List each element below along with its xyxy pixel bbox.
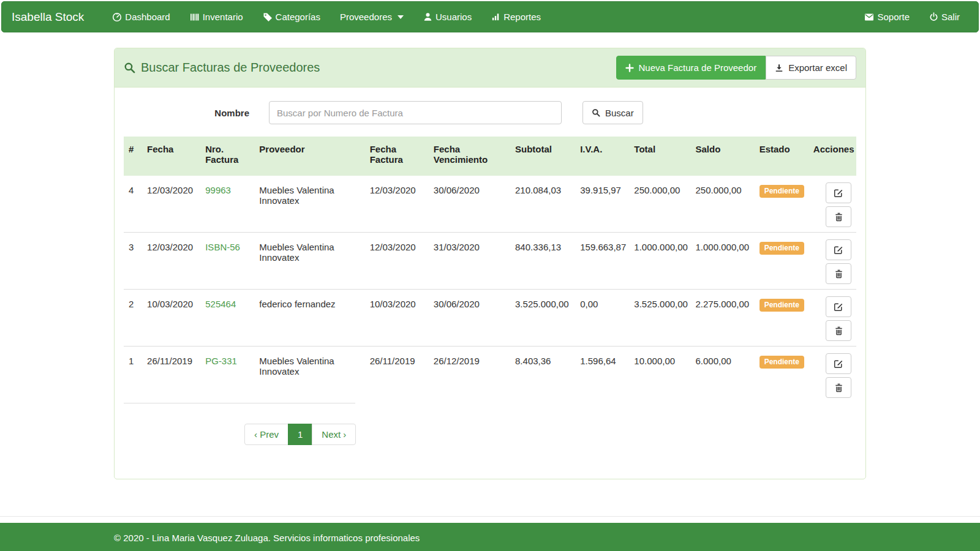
trash-icon [834, 326, 843, 335]
column-header: Fecha [142, 137, 200, 176]
invoice-number-link[interactable]: PG-331 [205, 356, 237, 366]
bar-chart-icon [491, 12, 500, 21]
cell-total: 1.000.000,00 [629, 233, 690, 290]
cell-estado: Pendiente [755, 347, 809, 403]
panel-heading: Buscar Facturas de Proveedores Nueva Fac… [115, 48, 865, 88]
cell-subtotal: 8.403,36 [510, 347, 575, 403]
nav-item-reportes[interactable]: Reportes [481, 2, 551, 32]
row-actions [813, 353, 851, 398]
status-badge: Pendiente [760, 299, 804, 311]
cell-proveedor: Muebles Valentina Innovatex [254, 347, 364, 403]
cell-iva: 159.663,87 [575, 233, 629, 290]
nav-item-inventario[interactable]: Inventario [180, 2, 253, 32]
column-header: Fecha Vencimiento [429, 137, 510, 176]
pagination-next[interactable]: Next › [312, 424, 356, 445]
cell-fecha: 12/03/2020 [142, 233, 200, 290]
cell-fecha_factura: 10/03/2020 [365, 290, 429, 347]
edit-button[interactable] [826, 239, 851, 260]
search-button[interactable]: Buscar [582, 101, 643, 124]
cell-fecha_vencimiento: 26/12/2019 [429, 347, 510, 403]
column-header: Fecha Factura [365, 137, 429, 176]
cell-num: 1 [124, 347, 142, 403]
delete-button[interactable] [826, 263, 851, 284]
edit-icon [834, 302, 843, 312]
column-header: Total [629, 137, 690, 176]
cell-num: 3 [124, 233, 142, 290]
column-header: Estado [755, 137, 809, 176]
nav-menu: Dashboard Inventario Categorías Proveedo… [102, 2, 551, 32]
status-badge: Pendiente [760, 356, 804, 368]
page-title: Buscar Facturas de Proveedores [124, 61, 320, 75]
cell-fecha_factura: 12/03/2020 [365, 233, 429, 290]
nav-item-soporte[interactable]: Soporte [854, 12, 919, 22]
cell-estado: Pendiente [755, 233, 809, 290]
column-header: Acciones [809, 137, 856, 176]
panel-body: Nombre Buscar #FechaNro. FacturaProveedo… [115, 88, 865, 479]
delete-button[interactable] [826, 377, 851, 398]
cell-fecha_factura: 26/11/2019 [365, 347, 429, 403]
table-row: 312/03/2020ISBN-56Muebles Valentina Inno… [124, 233, 856, 290]
nav-item-usuarios[interactable]: Usuarios [413, 2, 481, 32]
column-header: Proveedor [254, 137, 364, 176]
cell-acciones [809, 347, 856, 403]
invoice-number-link[interactable]: 525464 [205, 299, 236, 309]
caret-down-icon [398, 15, 404, 19]
cell-iva: 39.915,97 [575, 176, 629, 233]
edit-button[interactable] [826, 353, 851, 374]
invoice-number-link[interactable]: 99963 [205, 185, 231, 195]
pagination-page-1[interactable]: 1 [288, 424, 312, 445]
column-header: I.V.A. [575, 137, 629, 176]
edit-button[interactable] [826, 182, 851, 203]
export-excel-button[interactable]: Exportar excel [766, 56, 856, 80]
delete-button[interactable] [826, 320, 851, 341]
pagination-prev[interactable]: ‹ Prev [244, 424, 288, 445]
nav-item-dashboard[interactable]: Dashboard [102, 2, 179, 32]
edit-icon [834, 188, 843, 198]
cell-acciones [809, 176, 856, 233]
cell-saldo: 250.000,00 [691, 176, 755, 233]
search-label: Nombre [124, 108, 249, 118]
cell-fecha_vencimiento: 31/03/2020 [429, 233, 510, 290]
table-row: 126/11/2019PG-331Muebles Valentina Innov… [124, 347, 856, 403]
cell-nro_factura: 525464 [200, 290, 254, 347]
cell-fecha: 26/11/2019 [142, 347, 200, 403]
trash-icon [834, 269, 843, 279]
delete-button[interactable] [826, 206, 851, 227]
edit-button[interactable] [826, 296, 851, 317]
status-badge: Pendiente [760, 242, 804, 254]
cell-iva: 1.596,64 [575, 347, 629, 403]
column-header: Saldo [691, 137, 755, 176]
download-icon [775, 64, 783, 72]
brand-link[interactable]: Isabella Stock [2, 10, 94, 24]
cell-saldo: 2.275.000,00 [691, 290, 755, 347]
power-icon [929, 12, 938, 21]
nav-item-categorias[interactable]: Categorías [253, 2, 330, 32]
cell-num: 2 [124, 290, 142, 347]
tag-icon [263, 12, 273, 22]
heading-buttons: Nueva Factura de Proveedor Exportar exce… [616, 56, 856, 80]
status-badge: Pendiente [760, 185, 804, 197]
cell-saldo: 6.000,00 [691, 347, 755, 403]
cell-subtotal: 3.525.000,00 [510, 290, 575, 347]
nav-item-salir[interactable]: Salir [919, 12, 970, 22]
cell-proveedor: Muebles Valentina Innovatex [254, 176, 364, 233]
row-actions [813, 239, 851, 284]
cell-fecha: 12/03/2020 [142, 176, 200, 233]
table-row: 412/03/202099963Muebles Valentina Innova… [124, 176, 856, 233]
invoices-panel: Buscar Facturas de Proveedores Nueva Fac… [114, 48, 866, 479]
pagination: ‹ Prev 1 Next › [244, 424, 356, 445]
table-bottom-rule [124, 403, 355, 403]
table-row: 210/03/2020525464federico fernandez10/03… [124, 290, 856, 347]
footer: © 2020 - Lina Maria Vasquez Zuluaga. Ser… [0, 523, 980, 551]
cell-proveedor: Muebles Valentina Innovatex [254, 233, 364, 290]
cell-nro_factura: ISBN-56 [200, 233, 254, 290]
nav-item-proveedores-dropdown[interactable]: Proveedores [330, 2, 413, 32]
new-invoice-button[interactable]: Nueva Factura de Proveedor [616, 56, 766, 80]
search-input[interactable] [269, 101, 562, 124]
cell-estado: Pendiente [755, 290, 809, 347]
barcode-icon [190, 12, 200, 22]
cell-acciones [809, 290, 856, 347]
edit-icon [834, 245, 843, 255]
invoice-number-link[interactable]: ISBN-56 [205, 242, 240, 252]
footer-divider [0, 516, 980, 517]
